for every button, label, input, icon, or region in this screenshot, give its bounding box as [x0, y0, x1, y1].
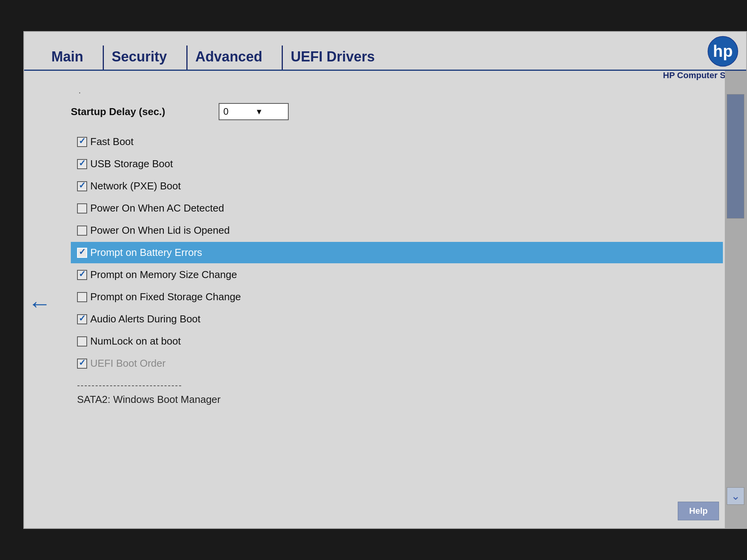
tab-main[interactable]: Main [51, 46, 99, 70]
checkbox-item-audio-alerts[interactable]: Audio Alerts During Boot [71, 308, 723, 330]
hp-logo: hp [707, 36, 738, 67]
checkbox-label-fast-boot: Fast Boot [90, 136, 133, 148]
back-arrow[interactable]: ← [28, 290, 51, 317]
checkbox-box-network-pxe-boot [77, 181, 87, 191]
checkbox-label-audio-alerts: Audio Alerts During Boot [90, 313, 200, 325]
checkbox-label-power-on-ac: Power On When AC Detected [90, 202, 224, 214]
checkbox-box-prompt-memory-change [77, 270, 87, 280]
startup-delay-label: Startup Delay (sec.) [71, 106, 219, 118]
nav-bar: Main Security Advanced UEFI Drivers hp H… [24, 32, 746, 71]
checkbox-label-prompt-battery-errors: Prompt on Battery Errors [90, 247, 202, 259]
startup-delay-select[interactable]: 0 ▼ [219, 103, 289, 120]
checkbox-item-fast-boot[interactable]: Fast Boot [71, 131, 723, 152]
checkbox-box-numlock [77, 336, 87, 346]
checkbox-box-power-on-ac [77, 203, 87, 214]
tab-uefi-drivers[interactable]: UEFI Drivers [282, 46, 390, 70]
tab-advanced[interactable]: Advanced [186, 46, 278, 70]
checkbox-label-numlock: NumLock on at boot [90, 335, 181, 347]
checkbox-label-prompt-memory-change: Prompt on Memory Size Change [90, 269, 237, 281]
checkbox-item-usb-storage-boot[interactable]: USB Storage Boot [71, 153, 723, 175]
checkbox-box-prompt-storage-change [77, 292, 87, 302]
separator: ----------------------------- [77, 380, 723, 390]
tab-security[interactable]: Security [103, 46, 182, 70]
checkbox-box-power-on-lid [77, 226, 87, 236]
bios-screen: Main Security Advanced UEFI Drivers hp H… [23, 31, 747, 529]
checkbox-item-prompt-memory-change[interactable]: Prompt on Memory Size Change [71, 264, 723, 285]
checkbox-item-prompt-battery-errors[interactable]: Prompt on Battery Errors [71, 242, 723, 263]
checkbox-label-usb-storage-boot: USB Storage Boot [90, 158, 173, 170]
help-button[interactable]: Help [678, 502, 719, 520]
dot-indicator: . [79, 86, 723, 95]
checkbox-label-network-pxe-boot: Network (PXE) Boot [90, 180, 181, 192]
startup-delay-value: 0 [223, 106, 252, 117]
checkbox-box-usb-storage-boot [77, 159, 87, 169]
checkbox-item-network-pxe-boot[interactable]: Network (PXE) Boot [71, 175, 723, 197]
checkbox-box-uefi-boot-order [77, 359, 87, 369]
checkbox-box-fast-boot [77, 137, 87, 147]
scrollbar[interactable]: ⌄ [725, 71, 746, 528]
nav-tabs: Main Security Advanced UEFI Drivers [24, 46, 390, 70]
checkbox-item-power-on-ac[interactable]: Power On When AC Detected [71, 198, 723, 219]
startup-delay-row: Startup Delay (sec.) 0 ▼ [71, 103, 723, 120]
checkbox-item-power-on-lid[interactable]: Power On When Lid is Opened [71, 220, 723, 241]
checkbox-label-uefi-boot-order: UEFI Boot Order [90, 357, 166, 369]
checkbox-box-audio-alerts [77, 314, 87, 324]
boot-manager-label: SATA2: Windows Boot Manager [77, 394, 723, 406]
checkbox-label-prompt-storage-change: Prompt on Fixed Storage Change [90, 291, 241, 303]
checkbox-item-prompt-storage-change[interactable]: Prompt on Fixed Storage Change [71, 286, 723, 308]
dropdown-arrow-icon: ▼ [255, 107, 284, 116]
checkbox-label-power-on-lid: Power On When Lid is Opened [90, 224, 230, 236]
checkbox-item-uefi-boot-order[interactable]: UEFI Boot Order [71, 353, 723, 374]
checkbox-item-numlock[interactable]: NumLock on at boot [71, 331, 723, 352]
content-area: . Startup Delay (sec.) 0 ▼ Fast BootUSB … [24, 71, 746, 528]
scrollbar-thumb[interactable] [727, 94, 744, 219]
svg-text:hp: hp [713, 42, 733, 60]
scrollbar-down-icon[interactable]: ⌄ [727, 487, 744, 505]
checkbox-list: Fast BootUSB Storage BootNetwork (PXE) B… [71, 131, 723, 374]
checkbox-box-prompt-battery-errors [77, 248, 87, 258]
